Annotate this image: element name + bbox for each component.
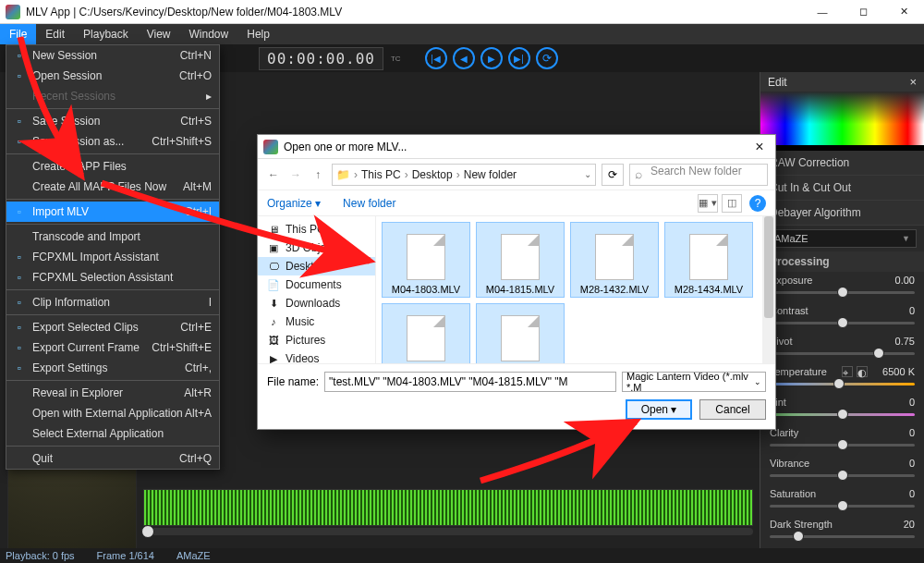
slider-knob[interactable] — [873, 348, 884, 359]
slider-track[interactable] — [770, 347, 915, 360]
file-menu-fcpxml-import-assistant[interactable]: ▫ FCPXML Import Assistant — [6, 247, 219, 267]
search-input[interactable]: Search New folder — [629, 164, 768, 186]
file-menu-reveal-in-explorer[interactable]: Reveal in Explorer Alt+R — [6, 383, 219, 403]
file-menu-save-session[interactable]: ▫ Save Session Ctrl+S — [6, 111, 219, 131]
slider-track[interactable] — [770, 499, 915, 512]
file-menu-dropdown: ▫ New Session Ctrl+N▫ Open Session Ctrl+… — [6, 44, 220, 470]
file-menu-open-session[interactable]: ▫ Open Session Ctrl+O — [6, 66, 219, 86]
menu-view[interactable]: View — [138, 24, 180, 44]
slider-track[interactable] — [770, 530, 915, 543]
file-menu-import-mlv[interactable]: ▫ Import MLV Ctrl+I — [6, 202, 219, 222]
tab-raw-correction[interactable]: RAW Correction — [760, 151, 924, 176]
file-menu-export-settings[interactable]: ▫ Export Settings Ctrl+, — [6, 358, 219, 378]
goto-start-button[interactable]: |◀ — [425, 47, 447, 69]
file-menu-transcode-and-import[interactable]: Transcode and Import — [6, 226, 219, 247]
nav-refresh-button[interactable]: ⟳ — [602, 164, 624, 186]
tree-item-desktop[interactable]: 🖵 Desktop — [258, 257, 375, 275]
new-folder-button[interactable]: New folder — [343, 197, 395, 210]
scrollbar-thumb[interactable] — [764, 216, 773, 318]
file-menu-create-mapp-files[interactable]: Create MAPP Files — [6, 156, 219, 177]
slider-track[interactable] — [770, 408, 915, 421]
slider-track[interactable] — [770, 286, 915, 299]
file-menu-quit[interactable]: Quit Ctrl+Q — [6, 448, 219, 469]
file-menu-export-selected-clips[interactable]: ▫ Export Selected Clips Ctrl+E — [6, 317, 219, 337]
nav-back-button[interactable]: ← — [265, 168, 282, 181]
minimize-button[interactable]: ― — [802, 0, 843, 24]
tree-item-music[interactable]: ♪ Music — [258, 312, 375, 331]
slider-knob[interactable] — [837, 470, 848, 481]
menu-help[interactable]: Help — [237, 24, 279, 44]
nav-forward-button[interactable]: → — [287, 168, 304, 181]
file-menu-clip-information[interactable]: ▫ Clip Information I — [6, 292, 219, 312]
slider-knob[interactable] — [837, 317, 848, 328]
file-item[interactable]: M04-1803.MLV — [382, 222, 470, 298]
file-item[interactable]: M28-1434.MLV — [664, 222, 753, 298]
view-mode-button[interactable]: ▦ ▾ — [698, 194, 718, 213]
file-item[interactable]: test.MLV — [476, 303, 565, 363]
tree-item-this-pc[interactable]: 🖥 This PC — [258, 220, 375, 239]
organize-menu[interactable]: Organize ▾ — [267, 197, 321, 210]
menu-window[interactable]: Window — [180, 24, 238, 44]
menu-file[interactable]: File — [0, 24, 36, 44]
slider-knob[interactable] — [837, 500, 848, 511]
tree-item-documents[interactable]: 📄 Documents — [258, 275, 375, 294]
slider-track[interactable] — [770, 377, 915, 390]
file-menu-open-with-external-application[interactable]: Open with External Application Alt+A — [6, 403, 219, 423]
menu-playback[interactable]: Playback — [74, 24, 138, 44]
folder-tree[interactable]: 🖥 This PC▣ 3D Objects🖵 Desktop📄 Document… — [258, 216, 376, 363]
slider-track[interactable] — [770, 469, 915, 482]
playhead-handle[interactable] — [141, 525, 154, 538]
file-list[interactable]: M04-1803.MLV M04-1815.MLV M28-1432.MLV M… — [376, 216, 775, 363]
help-icon[interactable]: ? — [749, 195, 766, 212]
tree-item-3d-objects[interactable]: ▣ 3D Objects — [258, 239, 375, 257]
maximize-button[interactable]: ◻ — [843, 0, 883, 24]
nav-up-button[interactable]: ↑ — [310, 168, 326, 181]
file-menu-export-current-frame[interactable]: ▫ Export Current Frame Ctrl+Shift+E — [6, 337, 219, 358]
wb-picker-icon[interactable]: ◐ — [857, 366, 868, 377]
slider-knob[interactable] — [837, 409, 848, 420]
close-button[interactable]: ✕ — [883, 0, 924, 24]
slider-value: 0.00 — [895, 275, 915, 286]
filename-input[interactable] — [324, 372, 616, 392]
slider-knob[interactable] — [837, 287, 848, 298]
step-forward-button[interactable]: ▶| — [508, 47, 530, 69]
menu-edit[interactable]: Edit — [36, 24, 74, 44]
crumb-desktop[interactable]: Desktop — [412, 168, 453, 181]
cancel-button[interactable]: Cancel — [699, 399, 766, 420]
preview-pane-button[interactable]: ◫ — [722, 194, 742, 213]
tree-item-videos[interactable]: ▶ Videos — [258, 349, 375, 363]
file-item[interactable]: M28-1445.MLV — [382, 303, 470, 363]
tree-item-pictures[interactable]: 🖼 Pictures — [258, 331, 375, 349]
slider-track[interactable] — [770, 316, 915, 329]
file-item[interactable]: M28-1432.MLV — [570, 222, 659, 298]
eyedropper-icon[interactable]: ⌖ — [842, 366, 853, 377]
tab-debayer[interactable]: Debayer Algorithm — [760, 201, 924, 226]
file-menu-new-session[interactable]: ▫ New Session Ctrl+N — [6, 45, 219, 66]
menu-item-shortcut: Ctrl+N — [180, 49, 212, 62]
loop-button[interactable]: ⟳ — [536, 47, 558, 69]
file-menu-select-external-application[interactable]: Select External Application — [6, 423, 219, 444]
file-menu-create-all-mapp-files-now[interactable]: Create All MAPP Files Now Alt+M — [6, 177, 219, 197]
file-menu-save-session-as-[interactable]: ▫ Save Session as... Ctrl+Shift+S — [6, 131, 219, 152]
tree-item-downloads[interactable]: ⬇ Downloads — [258, 294, 375, 312]
chevron-down-icon[interactable]: ⌄ — [584, 169, 591, 179]
breadcrumb[interactable]: 📁 › This PC› Desktop› New folder ⌄ — [332, 164, 596, 186]
timeline-scrub[interactable] — [143, 528, 753, 535]
open-button[interactable]: Open ▾ — [626, 399, 692, 420]
slider-knob[interactable] — [793, 531, 804, 542]
play-button[interactable]: ▶ — [480, 47, 503, 69]
file-list-scrollbar[interactable] — [762, 216, 775, 363]
crumb-this-pc[interactable]: This PC — [361, 168, 401, 181]
edit-close-icon[interactable]: × — [909, 75, 917, 89]
crumb-new-folder[interactable]: New folder — [464, 168, 517, 181]
slider-knob[interactable] — [833, 378, 845, 389]
debayer-combo[interactable]: AMaZE ▼ — [768, 229, 917, 248]
slider-track[interactable] — [770, 438, 915, 451]
file-menu-fcpxml-selection-assistant[interactable]: ▫ FCPXML Selection Assistant — [6, 267, 219, 288]
tab-cut-in-out[interactable]: Cut In & Cut Out — [760, 176, 924, 201]
dialog-close-button[interactable]: × — [744, 139, 775, 155]
step-back-button[interactable]: ◀ — [453, 47, 475, 69]
slider-knob[interactable] — [837, 439, 848, 450]
file-item[interactable]: M04-1815.MLV — [476, 222, 565, 298]
filetype-combo[interactable]: Magic Lantern Video (*.mlv *.M⌄ — [622, 372, 766, 392]
